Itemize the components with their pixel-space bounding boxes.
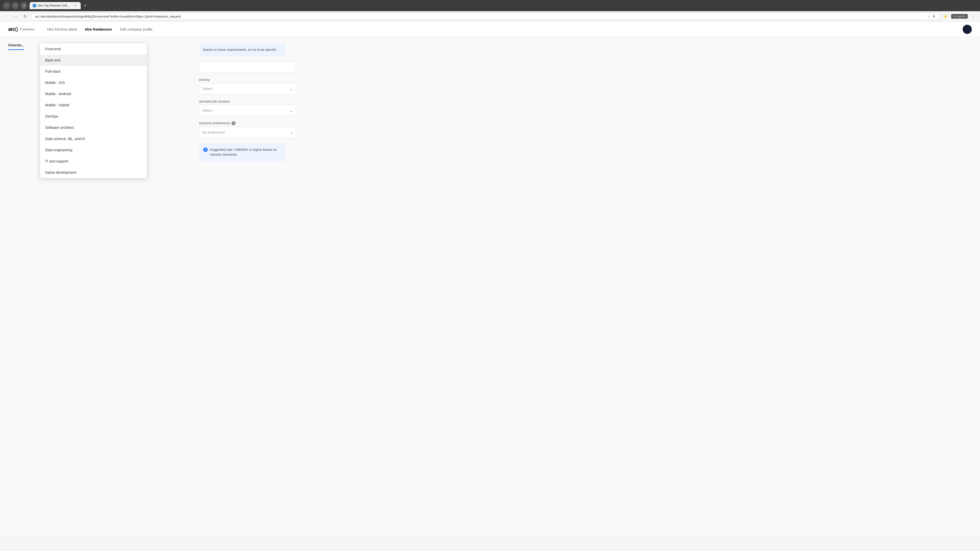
- address-icons: ☆ ⬇: [927, 14, 935, 18]
- address-text: arc.dev/dashboard/requests/kdyp4k9q28/ov…: [35, 14, 926, 18]
- info-box-text: based on these requirements, so try to b…: [203, 48, 277, 52]
- dropdown-container: Front-end Back-end Full-stack Mobile - i…: [40, 43, 183, 531]
- tab-title: Hire Top Remote Software Dev...: [38, 4, 72, 7]
- form-group-duration: stimated job duration Select ⌄: [199, 100, 972, 116]
- dropdown-item-data-engineering[interactable]: Data engineering: [40, 144, 147, 156]
- suggested-rate-box: i Suggested rate: US$40/hr or higher bas…: [199, 143, 286, 161]
- forward-button[interactable]: →: [12, 13, 19, 20]
- main-nav: Hire full-time talent Hire freelancers E…: [47, 27, 963, 32]
- timezone-label: imezone preferences: [199, 121, 230, 125]
- form-group-seniority: eniority Select ⌄: [199, 78, 972, 94]
- avatar[interactable]: [963, 25, 972, 34]
- dropdown-item-backend[interactable]: Back-end: [40, 55, 147, 66]
- address-bar-row: ← → ↻ arc.dev/dashboard/requests/kdyp4k9…: [0, 11, 980, 22]
- app-logo[interactable]: arc(): [8, 26, 18, 32]
- app-header: arc() Freelance Hire full-time talent Hi…: [0, 22, 980, 37]
- close-window-button[interactable]: ✕: [21, 2, 27, 9]
- form-group-input: [199, 62, 972, 73]
- seniority-label: eniority: [199, 78, 972, 82]
- maximize-button[interactable]: □: [12, 2, 19, 9]
- browser-window-controls[interactable]: − □ ✕: [3, 2, 27, 9]
- overview-tab[interactable]: Overvie...: [8, 43, 24, 50]
- dropdown-scroll-area[interactable]: Front-end Back-end Full-stack Mobile - i…: [40, 43, 147, 178]
- left-section: Overvie...: [8, 43, 29, 531]
- tab-bar: Hire Top Remote Software Dev... ✕ +: [30, 2, 977, 9]
- dropdown-item-fullstack[interactable]: Full-stack: [40, 66, 147, 77]
- browser-right-icons: ⚡ Incognito ⋮: [942, 13, 977, 20]
- timezone-label-row: imezone preferences ?: [199, 121, 972, 125]
- logo-area: arc() Freelance: [8, 26, 35, 32]
- seniority-select-wrapper: Select ⌄: [199, 83, 296, 94]
- browser-chrome: − □ ✕ Hire Top Remote Software Dev... ✕ …: [0, 0, 980, 11]
- incognito-badge: Incognito: [951, 14, 968, 19]
- dropdown-item-frontend[interactable]: Front-end: [40, 43, 147, 55]
- seniority-select[interactable]: Select: [199, 83, 296, 94]
- nav-hire-freelancers[interactable]: Hire freelancers: [85, 27, 112, 32]
- address-field[interactable]: arc.dev/dashboard/requests/kdyp4k9q28/ov…: [30, 13, 940, 20]
- download-icon[interactable]: ⬇: [932, 14, 935, 18]
- nav-edit-profile[interactable]: Edit company profile: [120, 27, 153, 32]
- reload-button[interactable]: ↻: [21, 13, 29, 20]
- timezone-select[interactable]: No preference: [199, 127, 296, 138]
- timezone-select-container: No preference ⌄: [199, 127, 296, 138]
- menu-button[interactable]: ⋮: [970, 13, 977, 20]
- dropdown-item-software-architect[interactable]: Software architect: [40, 122, 147, 133]
- main-content: Overvie... Front-end Back-end Full-stack…: [0, 37, 980, 537]
- dropdown-item-mobile-ios[interactable]: Mobile - iOS: [40, 77, 147, 88]
- dropdown-item-it-support[interactable]: IT and support: [40, 156, 147, 167]
- form-group-timezone: imezone preferences ? No preference ⌄: [199, 121, 972, 138]
- tab-favicon: [33, 4, 36, 7]
- dropdown-item-data-science[interactable]: Data science, ML, and AI: [40, 133, 147, 144]
- dropdown-menu: Front-end Back-end Full-stack Mobile - i…: [40, 43, 147, 178]
- nav-hire-fulltime[interactable]: Hire full-time talent: [47, 27, 77, 32]
- info-box-requirements: based on these requirements, so try to b…: [199, 43, 286, 56]
- dropdown-item-mobile-hybrid[interactable]: Mobile - Hybrid: [40, 100, 147, 111]
- duration-label: stimated job duration: [199, 100, 972, 103]
- timezone-help-icon[interactable]: ?: [231, 121, 235, 125]
- dropdown-item-game-dev[interactable]: Game development: [40, 167, 147, 178]
- duration-select-wrapper: Select ⌄: [199, 105, 296, 116]
- dropdown-item-devops[interactable]: DevOps: [40, 111, 147, 122]
- timezone-select-wrapper: No preference ⌄: [199, 127, 972, 138]
- minimize-button[interactable]: −: [3, 2, 10, 9]
- back-button[interactable]: ←: [3, 13, 10, 20]
- bookmark-icon[interactable]: ☆: [927, 14, 931, 18]
- right-section: based on these requirements, so try to b…: [189, 43, 972, 531]
- duration-select[interactable]: Select: [199, 105, 296, 116]
- extensions-button[interactable]: ⚡: [942, 13, 949, 20]
- suggested-rate-text: Suggested rate: US$40/hr or higher based…: [210, 147, 282, 157]
- active-tab[interactable]: Hire Top Remote Software Dev... ✕: [30, 2, 81, 9]
- dropdown-item-mobile-android[interactable]: Mobile - Android: [40, 88, 147, 100]
- freelance-badge: Freelance: [20, 27, 35, 31]
- new-tab-button[interactable]: +: [82, 2, 89, 9]
- tab-close-button[interactable]: ✕: [73, 3, 78, 8]
- main-input-field[interactable]: [199, 62, 296, 73]
- info-circle-icon: i: [203, 148, 208, 152]
